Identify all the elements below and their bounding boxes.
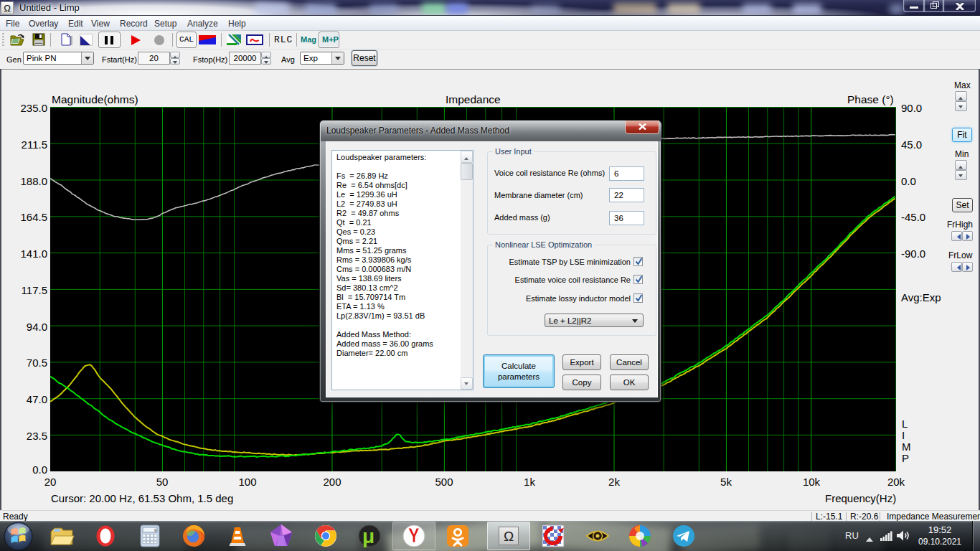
svg-text:μ: μ [362, 525, 374, 547]
svg-text:0: 0 [154, 528, 157, 533]
